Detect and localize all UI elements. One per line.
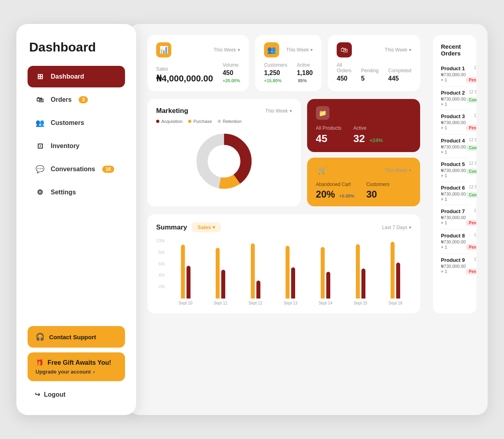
order-name: Product 5 — [441, 161, 466, 167]
gift-subtitle: Upgrade your account › — [36, 369, 117, 375]
marketing-filter[interactable]: This Week ▾ — [265, 108, 292, 114]
bar-yellow — [391, 242, 395, 299]
inventory-icon: ⊡ — [35, 141, 45, 151]
bar-group — [204, 239, 236, 299]
x-label: Sept 10 — [170, 301, 202, 305]
legend-dot — [218, 120, 221, 123]
x-label: Sept 14 — [310, 301, 341, 305]
chevron-down-icon: ▾ — [212, 224, 215, 230]
order-status-badge: Pending — [466, 125, 476, 131]
order-amount: ₦730,000.00 × 1 — [441, 120, 466, 130]
order-status-badge: Pending — [466, 269, 476, 275]
orders-list: Product 1 ₦730,000.00 × 1 12 Sept 2022 P… — [441, 62, 468, 278]
contact-support-label: Contact Support — [49, 334, 96, 340]
orders-card: 🛍 This Week ▾ All Orders 450 — [328, 35, 420, 91]
sidebar-item-conversations[interactable]: 💬 Conversations 16 — [28, 158, 125, 180]
bar-group — [379, 239, 411, 299]
top-cards: 📊 This Week ▾ Sales ₦4,000,000.00 — [147, 35, 420, 91]
sales-icon: 📊 — [156, 42, 171, 57]
bar-red — [326, 272, 330, 299]
bar-red — [396, 263, 400, 299]
bar-yellow — [181, 245, 185, 299]
order-name: Product 1 — [441, 65, 466, 71]
sidebar-title: Dashboard — [28, 40, 125, 55]
bar-red — [221, 270, 225, 299]
bar-group — [345, 239, 377, 299]
order-name: Product 9 — [441, 257, 466, 263]
x-label: Sept 11 — [204, 301, 236, 305]
x-label: Sept 16 — [379, 301, 411, 305]
order-amount: ₦730,000.00 × 1 — [441, 264, 466, 274]
order-amount: ₦730,000.00 × 1 — [441, 168, 466, 178]
table-row: Product 7 ₦730,000.00 × 1 12 Sept 2022 P… — [441, 205, 468, 229]
order-status-badge: Completed — [466, 145, 476, 151]
y-label: 80k — [156, 250, 165, 255]
bar-yellow — [321, 247, 325, 299]
bar-red — [361, 269, 365, 299]
sales-filter[interactable]: This Week ▾ — [214, 47, 240, 53]
sidebar-item-customers[interactable]: 👥 Customers — [28, 112, 125, 134]
nav-label-settings: Settings — [51, 189, 76, 196]
order-date: 12 Sept 2022 — [466, 65, 476, 74]
nav-label-dashboard: Dashboard — [51, 73, 84, 80]
bar-group — [170, 239, 202, 299]
order-date: 12 Sept 2022 — [466, 233, 476, 241]
order-status-badge: Completed — [466, 192, 476, 198]
sidebar-item-settings[interactable]: ⚙ Settings — [28, 182, 125, 203]
gift-banner[interactable]: 🎁 Free Gift Awaits You! Upgrade your acc… — [28, 352, 125, 381]
marketing-legend: AcquisitionPurchaseRetention — [156, 119, 292, 124]
product-icon: 📁 — [316, 106, 329, 120]
order-date: 12 Sept 2022 — [466, 90, 476, 94]
y-label: 100k — [156, 239, 165, 243]
chart-area: Sept 10Sept 11Sept 12Sept 13Sept 14Sept … — [170, 239, 411, 305]
legend-dot — [188, 120, 191, 123]
sidebar: Dashboard ⊞ Dashboard 🛍 Orders 3 👥 Custo… — [16, 24, 136, 415]
gift-title: 🎁 Free Gift Awaits You! — [36, 359, 117, 366]
order-name: Product 8 — [441, 233, 466, 239]
table-row: Product 6 ₦730,000.00 × 1 12 Sept 2022 C… — [441, 182, 468, 205]
bar-red — [291, 267, 295, 299]
y-axis-labels: 100k80k60k40k20k — [156, 239, 165, 299]
sidebar-item-dashboard[interactable]: ⊞ Dashboard — [28, 66, 125, 87]
arrow-icon: › — [93, 369, 95, 375]
bar-red — [187, 266, 190, 299]
order-date: 12 Sept 2022 — [466, 257, 476, 266]
order-amount: ₦730,000.00 × 1 — [441, 239, 466, 249]
table-row: Product 8 ₦730,000.00 × 1 12 Sept 2022 P… — [441, 229, 468, 254]
cart-filter[interactable]: This Week ▾ — [385, 168, 411, 173]
time-filter[interactable]: Last 7 Days ▾ — [382, 225, 411, 230]
nav-label-customers: Customers — [51, 119, 84, 127]
sidebar-bottom: 🎧 Contact Support 🎁 Free Gift Awaits You… — [28, 326, 125, 403]
summary-tab[interactable]: Sales ▾ — [192, 222, 221, 232]
orders-filter[interactable]: This Week ▾ — [385, 47, 411, 53]
logout-button[interactable]: ↪ Logout — [28, 386, 125, 403]
table-row: Product 1 ₦730,000.00 × 1 12 Sept 2022 P… — [441, 62, 468, 87]
bar-yellow — [216, 248, 220, 299]
legend-item: Purchase — [188, 119, 212, 124]
cart-card: 🛒 This Week ▾ Abandoned Cart — [307, 158, 420, 206]
order-date: 12 Sept 2022 — [466, 208, 476, 217]
sidebar-item-orders[interactable]: 🛍 Orders 3 — [28, 89, 125, 111]
customers-icon: 👥 — [35, 118, 45, 128]
order-name: Product 3 — [441, 113, 466, 119]
order-amount: ₦730,000.00 × 1 — [441, 72, 466, 82]
y-label: 40k — [156, 273, 165, 277]
bar-yellow — [286, 246, 290, 299]
dashboard-icon: ⊞ — [35, 71, 45, 82]
customers-filter[interactable]: This Week ▾ — [286, 47, 313, 53]
x-label: Sept 12 — [240, 301, 272, 305]
table-row: Product 5 ₦730,000.00 × 1 12 Sept 2022 C… — [441, 158, 468, 182]
chevron-down-icon: ▾ — [409, 168, 411, 173]
order-date: 12 Sept 2022 — [466, 161, 476, 166]
order-amount: ₦730,000.00 × 1 — [441, 192, 466, 202]
order-amount: ₦730,000.00 × 1 — [441, 97, 466, 107]
table-row: Product 3 ₦730,000.00 × 1 13 Sept 2022 P… — [441, 110, 468, 134]
order-name: Product 7 — [441, 208, 466, 214]
order-status-badge: Pending — [466, 77, 476, 83]
customers-icon: 👥 — [264, 42, 279, 57]
contact-support-button[interactable]: 🎧 Contact Support — [28, 326, 125, 348]
chevron-down-icon: ▾ — [409, 225, 411, 230]
sidebar-item-inventory[interactable]: ⊡ Inventory — [28, 135, 125, 157]
settings-icon: ⚙ — [35, 187, 45, 198]
customers-card: 👥 This Week ▾ Customers 1,250 — [255, 35, 321, 91]
